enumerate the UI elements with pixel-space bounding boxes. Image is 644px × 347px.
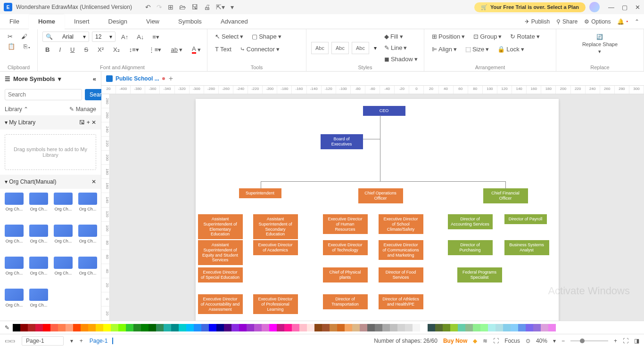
size-button[interactable]: ⬚ Size▾: [462, 44, 492, 54]
library-link[interactable]: Library ⌃: [5, 106, 28, 113]
collapse-panel-icon[interactable]: «: [93, 75, 96, 82]
color-swatch[interactable]: [239, 324, 247, 331]
font-color-icon[interactable]: A▾: [189, 44, 204, 55]
premium-icon[interactable]: ◆: [473, 338, 477, 344]
layers-icon[interactable]: ≋: [483, 338, 487, 344]
line-spacing-icon[interactable]: ↕≡▾: [126, 44, 142, 55]
color-swatch[interactable]: [179, 324, 186, 331]
decrease-font-icon[interactable]: A↓: [134, 32, 147, 42]
color-swatch[interactable]: [443, 324, 450, 331]
text-tool[interactable]: T Text: [212, 44, 234, 54]
save-icon[interactable]: 🖫: [191, 3, 198, 11]
minimize-button[interactable]: —: [608, 4, 614, 11]
node-m3b[interactable]: Director of Food Services: [379, 267, 423, 282]
shape-item[interactable]: Org Ch...: [77, 225, 98, 253]
color-swatch[interactable]: [231, 324, 239, 331]
color-swatch[interactable]: [269, 324, 277, 331]
close-lib-icon[interactable]: ✕: [91, 119, 96, 126]
color-swatch[interactable]: [420, 324, 428, 331]
format-painter-icon[interactable]: 🖌: [18, 32, 30, 41]
node-m3a[interactable]: Chief of Physical plants: [323, 267, 368, 282]
color-swatch[interactable]: [284, 324, 292, 331]
shadow-button[interactable]: ◼ Shadow ▾: [381, 54, 421, 64]
color-swatch[interactable]: [141, 324, 149, 331]
node-l2a[interactable]: Assistant Superintendent of Equity and S…: [198, 240, 243, 265]
shape-item[interactable]: Org Ch...: [53, 225, 74, 253]
underline-icon[interactable]: U: [67, 44, 77, 55]
color-swatch[interactable]: [480, 324, 488, 331]
color-swatch[interactable]: [35, 324, 43, 331]
color-swatch[interactable]: [450, 324, 458, 331]
tab-home[interactable]: Home: [29, 15, 65, 29]
trial-banner[interactable]: 🛒 Your Free Trial is over. Select a Plan: [474, 2, 586, 12]
color-swatch[interactable]: [194, 324, 201, 331]
node-l4a[interactable]: Executive Director of Accountability and…: [198, 294, 243, 314]
node-m4b[interactable]: Director of Athletics and Health/PE: [379, 294, 423, 309]
color-swatch[interactable]: [405, 324, 413, 331]
node-ceo[interactable]: CEO: [363, 106, 405, 116]
color-swatch[interactable]: [367, 324, 375, 331]
node-l2b[interactable]: Executive Director of Academics: [253, 240, 298, 255]
shape-tool[interactable]: ▢ Shape ▾: [249, 32, 284, 41]
focus-button[interactable]: Focus: [504, 338, 520, 344]
share-button[interactable]: ⚲ Share: [556, 18, 578, 25]
color-swatch[interactable]: [360, 324, 367, 331]
color-swatch[interactable]: [156, 324, 164, 331]
color-swatch[interactable]: [126, 324, 133, 331]
align-button[interactable]: ⊫ Align▾: [429, 44, 460, 54]
color-swatch[interactable]: [397, 324, 405, 331]
style-preset-2[interactable]: Abc: [331, 42, 349, 54]
group-button[interactable]: ⊡ Group▾: [471, 32, 504, 41]
color-swatch[interactable]: [277, 324, 284, 331]
shape-item[interactable]: Org Ch...: [53, 193, 74, 221]
color-swatch[interactable]: [375, 324, 382, 331]
style-more-icon[interactable]: ▾: [372, 45, 379, 51]
color-swatch[interactable]: [43, 324, 50, 331]
more-symbols-header[interactable]: ☰ More Symbols▾ «: [0, 72, 101, 86]
connector-tool[interactable]: ⤷ Connector ▾: [237, 44, 282, 54]
font-selector[interactable]: 🔍Arial▾: [42, 32, 89, 42]
zoom-slider[interactable]: [570, 340, 608, 341]
rotate-button[interactable]: ↻ Rotate▾: [507, 32, 542, 41]
shape-item[interactable]: Org Ch...: [28, 257, 49, 285]
panel-toggle-icon[interactable]: ◨: [634, 338, 639, 344]
color-swatch[interactable]: [254, 324, 262, 331]
page-tab[interactable]: Page-1: [90, 338, 114, 344]
subscript-icon[interactable]: X₂: [110, 44, 123, 55]
node-r2b[interactable]: Business Systems Analyst: [504, 240, 549, 255]
color-swatch[interactable]: [81, 324, 88, 331]
font-size-selector[interactable]: 12▾: [92, 32, 116, 42]
zoom-level[interactable]: 40%: [536, 338, 547, 344]
save-lib-icon[interactable]: 🖫: [79, 119, 85, 126]
line-button[interactable]: ✎ Line ▾: [381, 43, 421, 53]
color-swatch[interactable]: [541, 324, 548, 331]
tab-insert[interactable]: Insert: [65, 14, 99, 29]
color-swatch[interactable]: [330, 324, 337, 331]
redo-icon[interactable]: ↷: [157, 3, 162, 11]
notification-icon[interactable]: 🔔•: [617, 18, 628, 25]
color-swatch[interactable]: [88, 324, 96, 331]
export-icon[interactable]: ⇱▾: [216, 3, 225, 11]
color-swatch[interactable]: [428, 324, 435, 331]
node-l1a[interactable]: Assistant Superintendent of Elementary E…: [198, 214, 243, 239]
color-swatch[interactable]: [495, 324, 503, 331]
color-swatch[interactable]: [473, 324, 480, 331]
manage-link[interactable]: ✎ Manage: [69, 106, 96, 113]
canvas-viewport[interactable]: CEO Board of Executives Superintendent C…: [101, 94, 644, 321]
color-swatch[interactable]: [292, 324, 299, 331]
color-swatch[interactable]: [413, 324, 420, 331]
italic-icon[interactable]: I: [56, 44, 64, 55]
case-icon[interactable]: ab▾: [168, 44, 185, 55]
zoom-in-icon[interactable]: +: [614, 338, 617, 344]
node-m1a[interactable]: Executive Director of Human Resources: [323, 214, 368, 234]
document-tab[interactable]: Public School ...: [106, 75, 165, 82]
color-swatch[interactable]: [518, 324, 526, 331]
add-tab-button[interactable]: +: [169, 74, 173, 83]
fit-page-icon[interactable]: ⛶: [623, 338, 628, 344]
alignment-icon[interactable]: ≡▾: [149, 32, 162, 42]
new-icon[interactable]: ⊞: [168, 3, 173, 11]
color-swatch[interactable]: [171, 324, 179, 331]
color-swatch[interactable]: [533, 324, 541, 331]
color-swatch[interactable]: [209, 324, 216, 331]
chevron-down-icon[interactable]: ⌃: [635, 18, 639, 25]
